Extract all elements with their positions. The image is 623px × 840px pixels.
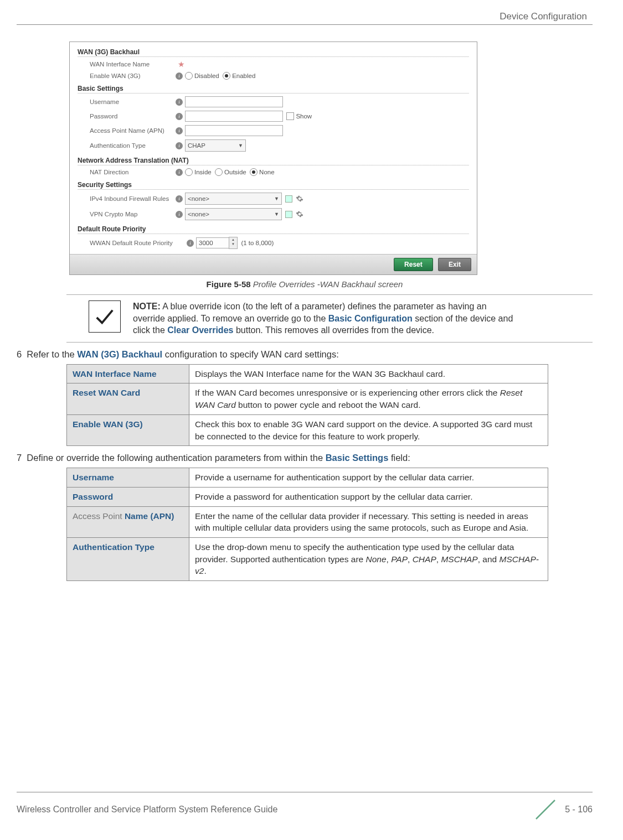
param-desc: Displays the WAN Interface name for the … xyxy=(189,364,548,383)
param-desc: Enter the name of the cellular data prov… xyxy=(189,506,548,537)
radio-inside[interactable] xyxy=(185,168,193,176)
info-icon[interactable]: i xyxy=(176,211,183,218)
param-name: Password xyxy=(67,487,189,506)
info-icon[interactable]: i xyxy=(176,142,183,149)
add-icon[interactable] xyxy=(285,195,292,203)
footer-rule xyxy=(17,792,593,792)
chevron-down-icon: ▼ xyxy=(238,143,243,148)
vpn-crypto-dropdown[interactable]: <none> ▼ xyxy=(185,208,282,220)
wan-backhaul-table: WAN Interface Name Displays the WAN Inte… xyxy=(66,364,548,446)
radio-enabled[interactable] xyxy=(223,72,230,80)
table-row: Access Point Name (APN) Enter the name o… xyxy=(67,506,548,537)
password-input[interactable] xyxy=(185,111,283,122)
nat-legend: Network Address Translation (NAT) xyxy=(78,157,469,167)
footer-left: Wireless Controller and Service Platform… xyxy=(17,805,277,815)
add-icon[interactable] xyxy=(285,211,292,218)
table-row: Enable WAN (3G) Check this box to enable… xyxy=(67,414,548,445)
vpn-value: <none> xyxy=(188,211,209,217)
radio-disabled[interactable] xyxy=(185,72,193,80)
param-desc: Provide a password for authentication su… xyxy=(189,487,548,506)
outside-text: Outside xyxy=(224,169,246,175)
none-text: None xyxy=(259,169,275,175)
info-icon[interactable]: i xyxy=(176,98,183,106)
note-link1: Basic Configuration xyxy=(328,314,413,323)
apn-input[interactable] xyxy=(185,125,283,136)
divider xyxy=(66,294,593,295)
note-text: NOTE: A blue override icon (to the left … xyxy=(133,300,515,336)
chevron-down-icon: ▼ xyxy=(274,196,279,201)
info-icon[interactable]: i xyxy=(176,195,183,203)
basic-settings-table: Username Provide a username for authenti… xyxy=(66,468,548,581)
ipv4-rules-dropdown[interactable]: <none> ▼ xyxy=(185,193,282,205)
info-icon[interactable]: i xyxy=(187,240,194,247)
param-desc: Use the drop-down menu to specify the au… xyxy=(189,537,548,580)
wan-backhaul-fieldset: WAN (3G) Backhaul WAN Interface Name ★ E… xyxy=(78,48,469,81)
ipv4-rules-label: IPv4 Inbound Firewall Rules xyxy=(90,195,176,202)
gear-icon[interactable] xyxy=(296,210,303,218)
table-row: Reset WAN Card If the WAN Card becomes u… xyxy=(67,383,548,414)
show-checkbox[interactable] xyxy=(286,112,294,120)
required-star-icon: ★ xyxy=(178,60,185,69)
figure-text: Profile Overrides -WAN Backhaul screen xyxy=(253,279,403,289)
step7-t1: Define or override the following authent… xyxy=(27,453,325,463)
info-icon[interactable]: i xyxy=(176,113,183,120)
step-6: 6 Refer to the WAN (3G) Backhaul configu… xyxy=(17,349,593,360)
wan-backhaul-legend: WAN (3G) Backhaul xyxy=(78,48,469,58)
step-7: 7 Define or override the following authe… xyxy=(17,453,593,463)
priority-value[interactable]: 3000 xyxy=(196,237,229,248)
param-name: Access Point Name (APN) xyxy=(67,506,189,537)
info-icon[interactable]: i xyxy=(176,72,183,80)
page-slash-icon xyxy=(532,796,559,823)
nat-fieldset: Network Address Translation (NAT) NAT Di… xyxy=(78,157,469,178)
svg-line-0 xyxy=(536,800,555,819)
username-input[interactable] xyxy=(185,96,283,107)
gear-icon[interactable] xyxy=(296,195,303,203)
header-section: Device Configuration xyxy=(17,11,593,22)
info-icon[interactable]: i xyxy=(176,127,183,134)
priority-spinner[interactable]: 3000 ▲▼ xyxy=(196,237,238,249)
step6-link: WAN (3G) Backhaul xyxy=(77,349,162,359)
route-priority-fieldset: Default Route Priority WWAN Default Rout… xyxy=(78,225,469,251)
step6-t1: Refer to the xyxy=(27,349,77,359)
radio-outside[interactable] xyxy=(215,168,223,176)
param-desc: Check this box to enable 3G WAN card sup… xyxy=(189,414,548,445)
radio-none[interactable] xyxy=(250,168,258,176)
button-bar: Reset Exit xyxy=(70,254,477,274)
auth-type-dropdown[interactable]: CHAP ▼ xyxy=(185,139,246,152)
security-legend: Security Settings xyxy=(78,181,469,191)
figure-number: Figure 5-58 xyxy=(207,279,251,289)
route-legend: Default Route Priority xyxy=(78,225,469,235)
info-icon[interactable]: i xyxy=(176,169,183,176)
table-row: Authentication Type Use the drop-down me… xyxy=(67,537,548,580)
show-label: Show xyxy=(296,113,312,120)
table-row: Username Provide a username for authenti… xyxy=(67,468,548,488)
step-num: 6 xyxy=(17,349,22,359)
figure-caption: Figure 5-58 Profile Overrides -WAN Backh… xyxy=(17,279,593,289)
step-num: 7 xyxy=(17,453,22,463)
password-label: Password xyxy=(90,113,176,120)
divider xyxy=(66,342,593,343)
auth-type-label: Authentication Type xyxy=(90,142,176,149)
step7-t2: field: xyxy=(388,453,410,463)
exit-button[interactable]: Exit xyxy=(438,258,471,271)
note-label: NOTE: xyxy=(133,302,161,311)
enabled-text: Enabled xyxy=(232,72,255,79)
param-name: Authentication Type xyxy=(67,537,189,580)
enable-wan-label: Enable WAN (3G) xyxy=(90,72,176,79)
wan-interface-name-label: WAN Interface Name xyxy=(90,61,176,68)
range-text: (1 to 8,000) xyxy=(241,240,274,246)
nat-direction-label: NAT Direction xyxy=(90,169,176,175)
basic-settings-fieldset: Basic Settings Username i Password i Sho… xyxy=(78,85,469,153)
checkmark-icon xyxy=(89,300,121,333)
reset-button[interactable]: Reset xyxy=(394,258,433,271)
header-rule xyxy=(17,24,593,25)
basic-settings-legend: Basic Settings xyxy=(78,85,469,95)
note-link2: Clear Overrides xyxy=(167,325,233,335)
step6-t2: configuration to specify WAN card settin… xyxy=(162,349,339,359)
apn-label: Access Point Name (APN) xyxy=(90,127,176,134)
note-block: NOTE: A blue override icon (to the left … xyxy=(89,300,593,336)
table-row: Password Provide a password for authenti… xyxy=(67,487,548,506)
inside-text: Inside xyxy=(194,169,212,175)
param-name: Enable WAN (3G) xyxy=(67,414,189,445)
spinner-buttons[interactable]: ▲▼ xyxy=(229,237,238,249)
